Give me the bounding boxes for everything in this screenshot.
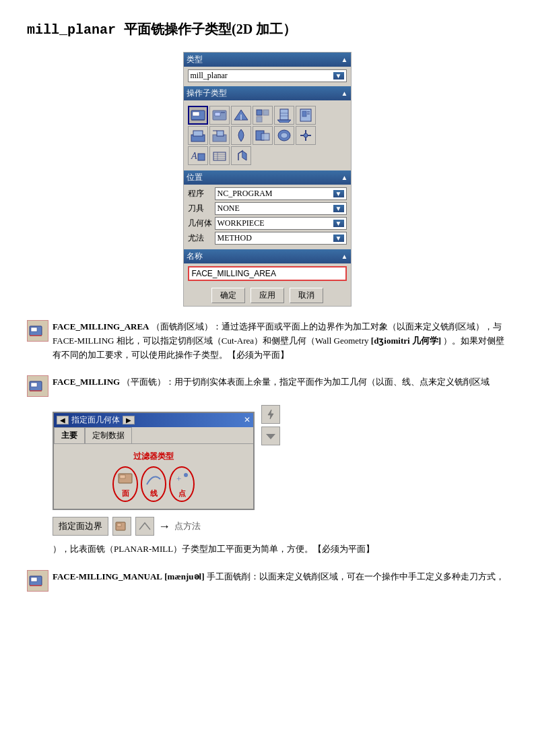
dialog-panel: 类型 ▲ mill_planar ▼ 操作子类型 ▲ [183,52,352,307]
location-collapse-icon[interactable]: ▲ [341,174,348,181]
name-input[interactable] [188,266,347,281]
sub-dialog-tabs: 主要 定制数据 [54,427,253,444]
tool-dropdown[interactable]: NONE ▼ [215,202,347,215]
ok-button[interactable]: 确定 [211,288,245,303]
op-icon-5[interactable] [274,106,294,125]
program-dropdown[interactable]: NC_PROGRAM ▼ [215,187,347,200]
op-icon-2[interactable] [209,106,230,125]
nav-prev-button[interactable]: ◀ [57,416,69,424]
sub-dialog-body: 过滤器类型 面 [54,444,253,509]
op-icon-8[interactable] [209,126,230,145]
geometry-row: 几何体 WORKPIECE ▼ [188,217,347,230]
face-milling-area-text: FACE_MILLING_AREA （面铣削区域）：通过选择平面或平面上的边界作… [53,320,507,362]
arrow-right: → [158,519,170,534]
face-milling-manual-section: FACE-MILLING_MANUAL [mænjuəl] 手工面铣削：以面来定… [27,570,507,592]
dialog-buttons: 确定 应用 取消 [184,284,351,306]
svg-marker-14 [277,120,291,123]
sub-dialog-area: ◀ 指定面几何体 ▶ ✕ 主要 定制数据 过滤器类型 [53,405,255,536]
op-icon-10[interactable] [253,126,273,145]
cancel-button[interactable]: 取消 [290,288,323,303]
face-milling-sub: ◀ 指定面几何体 ▶ ✕ 主要 定制数据 过滤器类型 [53,405,280,536]
svg-rect-4 [215,113,220,116]
svg-rect-42 [31,383,37,387]
method-dropdown-arrow[interactable]: ▼ [333,234,344,242]
boundary-extra-btn[interactable] [135,517,154,536]
lightning-icon-btn[interactable] [261,405,280,424]
right-icons [261,405,280,445]
op-icon-6[interactable] [296,106,316,125]
tool-dropdown-arrow[interactable]: ▼ [333,205,344,212]
svg-point-30 [304,133,308,137]
boundary-row: 指定面边界 → 点方法 [53,517,255,536]
op-icon-11[interactable] [274,126,294,145]
op-icon-13[interactable]: A [188,146,208,165]
method-dropdown[interactable]: METHOD ▼ [215,232,347,245]
geometry-dropdown-arrow[interactable]: ▼ [333,220,344,227]
ops-collapse-icon[interactable]: ▲ [341,90,348,97]
type-section-body: mill_planar ▼ [184,67,351,86]
program-dropdown-arrow[interactable]: ▼ [333,190,344,197]
svg-text:A: A [191,151,197,161]
svg-rect-22 [217,131,224,136]
face-milling-area-icon [27,320,48,342]
sub-dialog-titlebar: ◀ 指定面几何体 ▶ ✕ [54,413,253,427]
sub-dialog-title-left: ◀ 指定面几何体 ▶ [57,414,135,426]
type-dropdown-arrow[interactable]: ▼ [333,72,344,80]
face-milling-text: FACE_MILLING （平面铣）：用于切削实体表面上余量，指定平面作为加工几… [53,375,490,389]
op-icon-12[interactable] [296,126,316,145]
op-icon-14[interactable] [209,146,230,165]
svg-rect-49 [117,524,121,526]
type-dropdown[interactable]: mill_planar ▼ [188,69,347,82]
svg-rect-39 [31,327,37,332]
filter-face-circle[interactable]: 面 [112,466,138,502]
filter-line-circle[interactable]: 线 [141,466,166,502]
op-icon-15[interactable] [231,146,251,165]
method-row: 尤法 METHOD ▼ [188,232,347,245]
svg-rect-16 [302,111,306,117]
boundary-icon-btn[interactable] [112,517,131,536]
svg-point-47 [184,473,188,477]
tab-custom[interactable]: 定制数据 [85,427,132,443]
name-collapse-icon[interactable]: ▲ [341,253,348,260]
op-icon-4[interactable] [253,106,273,125]
face-milling-desc2: ），比表面铣（PLANAR-MILL）子类型加工平面更为简单，方便。【必须为平面… [53,542,374,557]
svg-rect-10 [257,117,262,122]
tab-main[interactable]: 主要 [54,427,85,443]
filter-point-circle[interactable]: + 点 [169,466,195,502]
program-row: 程序 NC_PROGRAM ▼ [188,187,347,200]
svg-rect-20 [193,131,203,136]
svg-rect-9 [263,110,269,115]
apply-button[interactable]: 应用 [251,288,284,303]
svg-rect-25 [261,133,269,140]
close-icon[interactable]: ✕ [244,415,251,425]
op-icon-9[interactable] [231,126,251,145]
svg-point-27 [281,133,288,138]
op-icon-7[interactable] [188,126,208,145]
geometry-dropdown[interactable]: WORKPIECE ▼ [215,217,347,230]
face-milling-icon [27,375,48,397]
face-milling-manual-icon [27,570,48,592]
svg-rect-1 [193,112,199,116]
boundary-label: 指定面边界 [53,517,108,536]
location-section-body: 程序 NC_PROGRAM ▼ 刀具 NONE ▼ 几何体 WORKPIECE … [184,185,351,249]
location-section-header: 位置 ▲ [184,170,351,185]
svg-rect-45 [120,475,125,478]
ops-section-body: A [184,100,351,170]
name-section-header: 名称 ▲ [184,249,351,263]
svg-rect-11 [280,109,288,120]
face-milling-manual-text: FACE-MILLING_MANUAL [mænjuəl] 手工面铣削：以面来定… [53,570,507,584]
expand-icon-btn[interactable] [261,427,280,445]
svg-rect-8 [257,110,262,115]
op-icon-3[interactable] [231,106,251,125]
face-milling-area-section: FACE_MILLING_AREA （面铣削区域）：通过选择平面或平面上的边界作… [27,320,507,362]
collapse-icon[interactable]: ▲ [341,56,348,63]
filter-section: 过滤器类型 面 [61,451,246,502]
filter-icons: 面 线 [61,466,246,502]
name-section-body [184,263,351,284]
nav-next-button[interactable]: ▶ [123,416,135,424]
face-milling-header: FACE_MILLING （平面铣）：用于切削实体表面上余量，指定平面作为加工几… [27,375,490,397]
specify-face-geometry-dialog: ◀ 指定面几何体 ▶ ✕ 主要 定制数据 过滤器类型 [53,412,255,510]
svg-text:+: + [176,474,181,484]
op-icon-1[interactable] [188,106,208,125]
page-title: mill_planar 平面铣操作子类型(2D 加工） [27,20,507,38]
